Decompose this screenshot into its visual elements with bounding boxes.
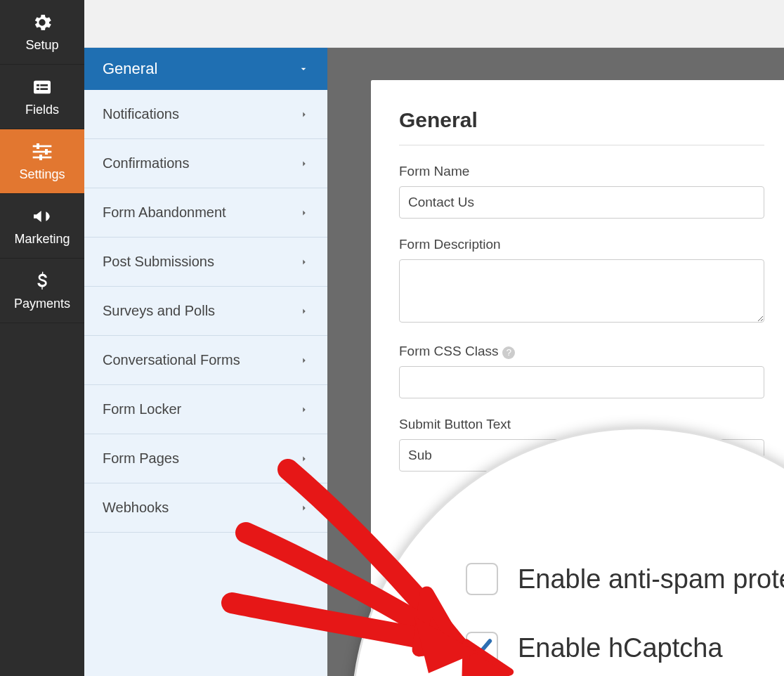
settings-item-label: Form Abandonment [103,204,226,221]
settings-item-label: Webhooks [103,500,169,516]
checkbox-hcaptcha[interactable] [466,632,498,664]
chevron-right-icon [299,405,309,415]
settings-item-notifications[interactable]: Notifications [84,90,327,139]
iconbar-label: Payments [14,297,70,311]
checkbox-antispam-label: Enable anti-spam protec [518,564,784,594]
svg-rect-9 [45,149,48,155]
settings-item-post-submissions[interactable]: Post Submissions [84,238,327,287]
chevron-right-icon [299,503,309,513]
settings-item-conversational-forms[interactable]: Conversational Forms [84,336,327,385]
chevron-right-icon [299,356,309,365]
field-form-description: Form Description [399,237,764,325]
field-form-css-class: Form CSS Class? [399,344,764,398]
chevron-right-icon [299,159,309,169]
iconbar-label: Settings [19,167,65,182]
settings-panel-header[interactable]: General [84,48,327,90]
field-form-name: Form Name [399,164,764,219]
iconbar-item-marketing[interactable]: Marketing [0,194,84,259]
settings-item-label: Notifications [103,106,179,122]
settings-item-form-abandonment[interactable]: Form Abandonment [84,188,327,238]
settings-item-form-locker[interactable]: Form Locker [84,385,327,434]
checkbox-hcaptcha-label: Enable hCaptcha [518,633,723,663]
chevron-right-icon [299,208,309,218]
form-css-class-input[interactable] [399,366,764,398]
chevron-right-icon [299,454,309,464]
chevron-down-icon [298,63,309,74]
checkmark-icon [470,636,494,660]
iconbar-label: Fields [25,103,59,117]
settings-item-label: Post Submissions [103,254,214,270]
checkbox-row-hcaptcha[interactable]: Enable hCaptcha [466,632,784,664]
svg-rect-5 [33,145,52,148]
form-heading: General [399,108,764,145]
form-description-label: Form Description [399,237,764,252]
settings-item-label: Surveys and Polls [103,303,215,319]
svg-rect-6 [33,151,52,153]
gear-icon [31,11,53,34]
svg-rect-2 [40,84,48,86]
settings-panel-header-label: General [103,60,157,78]
iconbar-item-payments[interactable]: Payments [0,259,84,323]
svg-rect-10 [39,155,42,160]
top-bar [84,0,784,48]
checkbox-row-antispam[interactable]: Enable anti-spam protec [466,563,784,595]
settings-item-label: Confirmations [103,155,189,171]
chevron-right-icon [299,257,309,267]
dollar-icon [31,270,53,292]
form-description-input[interactable] [399,259,764,323]
svg-rect-3 [37,88,39,90]
chevron-right-icon [299,306,309,316]
left-icon-bar: Setup Fields Settings Marketing Payments [0,0,84,676]
svg-rect-8 [37,143,39,149]
list-icon [31,76,53,98]
checkbox-antispam[interactable] [466,563,498,595]
settings-item-webhooks[interactable]: Webhooks [84,483,327,533]
form-name-input[interactable] [399,186,764,219]
settings-panel: General Notifications Confirmations Form… [84,48,327,676]
svg-rect-1 [37,84,39,86]
settings-item-label: Form Pages [103,450,179,467]
settings-item-form-pages[interactable]: Form Pages [84,434,327,483]
sliders-icon [31,141,53,163]
settings-item-label: Form Locker [103,401,181,417]
iconbar-label: Setup [25,38,58,53]
iconbar-item-settings[interactable]: Settings [0,129,84,194]
form-name-label: Form Name [399,164,764,179]
bullhorn-icon [31,205,53,228]
iconbar-item-setup[interactable]: Setup [0,0,84,65]
svg-rect-0 [34,81,51,94]
submit-button-text-label: Submit Button Text [399,417,764,432]
chevron-right-icon [299,110,309,119]
settings-item-label: Conversational Forms [103,352,240,368]
svg-rect-4 [40,88,48,90]
settings-item-surveys-polls[interactable]: Surveys and Polls [84,287,327,336]
settings-item-confirmations[interactable]: Confirmations [84,139,327,188]
iconbar-item-fields[interactable]: Fields [0,65,84,129]
iconbar-label: Marketing [14,232,70,247]
help-icon[interactable]: ? [502,346,515,359]
form-css-class-label: Form CSS Class? [399,344,764,359]
workspace: General Notifications Confirmations Form… [84,0,784,676]
